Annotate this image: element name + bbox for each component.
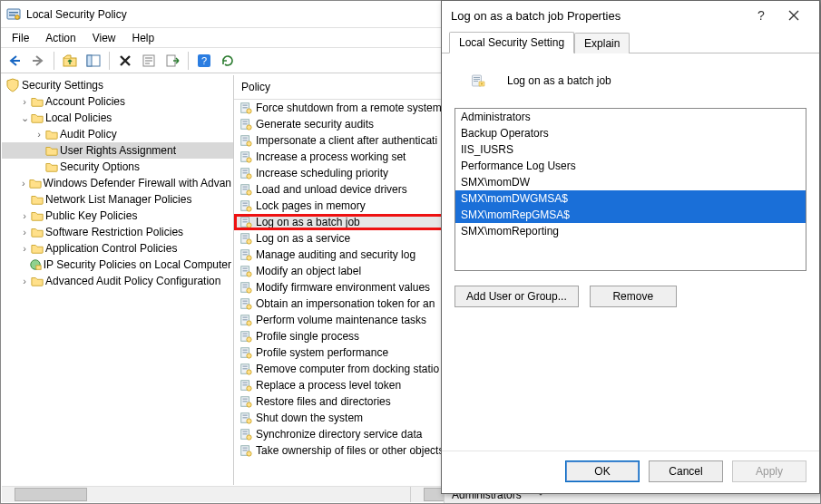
- policy-item-icon: [239, 216, 252, 228]
- ok-button[interactable]: OK: [565, 460, 640, 482]
- principals-listbox[interactable]: AdministratorsBackup OperatorsIIS_IUSRSP…: [454, 108, 806, 271]
- dialog-body: Log on as a batch job AdministratorsBack…: [442, 53, 819, 451]
- svg-point-55: [247, 256, 251, 260]
- svg-point-59: [247, 272, 251, 276]
- policy-item-icon: [239, 346, 252, 359]
- tree-item[interactable]: ⌄Local Policies: [2, 110, 233, 126]
- menu-action[interactable]: Action: [38, 30, 83, 46]
- tree-item[interactable]: ›Windows Defender Firewall with Advan: [2, 175, 233, 191]
- tree-item-label: IP Security Policies on Local Computer: [42, 258, 233, 271]
- svg-point-39: [247, 190, 251, 195]
- nav-forward-button[interactable]: [28, 51, 48, 71]
- remove-button[interactable]: Remove: [590, 286, 677, 307]
- add-user-or-group-button[interactable]: Add User or Group...: [454, 286, 579, 307]
- menu-help[interactable]: Help: [125, 30, 162, 46]
- chevron-right-icon[interactable]: ›: [18, 96, 31, 107]
- policy-row-label: Log on as a service: [252, 232, 350, 245]
- principal-item[interactable]: SMX\momRepGMSA$: [455, 207, 806, 223]
- menu-view[interactable]: View: [85, 30, 123, 46]
- tree-item[interactable]: ›Account Policies: [2, 93, 233, 110]
- folder-icon: [31, 242, 44, 255]
- svg-rect-105: [474, 77, 480, 78]
- menu-file[interactable]: File: [5, 30, 36, 46]
- svg-point-103: [247, 451, 251, 456]
- svg-rect-46: [243, 221, 248, 222]
- principal-item[interactable]: Administrators: [455, 109, 806, 125]
- dialog-close-button[interactable]: [777, 3, 810, 28]
- principal-item[interactable]: Backup Operators: [455, 125, 806, 141]
- chevron-right-icon[interactable]: ›: [18, 178, 29, 189]
- dialog-title: Log on as a batch job Properties: [451, 9, 621, 23]
- tree-item[interactable]: Security Options: [2, 159, 233, 175]
- tree-item[interactable]: ›Advanced Audit Policy Configuration: [2, 273, 233, 289]
- policy-row-label: Replace a process level token: [252, 379, 401, 392]
- policy-row-label: Force shutdown from a remote system: [252, 102, 442, 114]
- tree-item[interactable]: ›Audit Policy: [2, 126, 233, 142]
- policy-row-label: Impersonate a client after authenticati: [252, 134, 437, 147]
- dialog-help-button[interactable]: ?: [745, 3, 777, 28]
- up-button[interactable]: [60, 51, 80, 71]
- policy-item-icon: [239, 118, 252, 131]
- window-title: Local Security Policy: [26, 8, 127, 21]
- toolbar-separator: [109, 52, 110, 70]
- dialog-heading: Log on as a batch job: [454, 66, 806, 95]
- svg-rect-70: [243, 319, 248, 320]
- tree-item[interactable]: Network List Manager Policies: [2, 191, 233, 208]
- tree-item-label: Public Key Policies: [44, 209, 139, 222]
- principal-item[interactable]: IIS_IUSRS: [455, 141, 806, 158]
- principal-item[interactable]: SMX\momReporting: [455, 223, 806, 239]
- folder-icon: [31, 111, 44, 124]
- nav-back-button[interactable]: [5, 51, 24, 71]
- properties-button[interactable]: [139, 51, 159, 71]
- tree-item[interactable]: ›Application Control Policies: [2, 240, 233, 257]
- tree-item[interactable]: ›Public Key Policies: [2, 208, 233, 224]
- svg-rect-49: [243, 236, 248, 237]
- apply-button[interactable]: Apply: [732, 460, 806, 482]
- tree-item[interactable]: User Rights Assignment: [2, 142, 233, 159]
- principal-item[interactable]: Performance Log Users: [455, 158, 806, 174]
- policy-item-icon: [239, 395, 252, 408]
- cancel-button[interactable]: Cancel: [649, 460, 723, 482]
- export-button[interactable]: [162, 51, 182, 71]
- tab-explain[interactable]: Explain: [574, 33, 630, 53]
- svg-rect-15: [36, 266, 41, 269]
- toolbar-separator: [188, 52, 189, 70]
- tree-item[interactable]: IP Security Policies on Local Computer: [2, 257, 233, 273]
- svg-point-47: [247, 223, 251, 228]
- delete-button[interactable]: [115, 51, 135, 71]
- svg-rect-62: [243, 286, 248, 287]
- svg-rect-98: [243, 433, 248, 434]
- chevron-right-icon[interactable]: ›: [18, 276, 31, 286]
- svg-point-91: [247, 402, 251, 407]
- svg-point-75: [247, 337, 251, 342]
- svg-point-109: [481, 83, 483, 85]
- chevron-right-icon[interactable]: ›: [33, 129, 45, 140]
- policy-row-label: Increase scheduling priority: [252, 167, 388, 179]
- tree-item[interactable]: ›Software Restriction Policies: [2, 224, 233, 240]
- svg-rect-22: [243, 123, 248, 124]
- policy-item-icon: [239, 232, 252, 245]
- svg-rect-106: [474, 79, 480, 80]
- tree-item-label: Software Restriction Policies: [44, 226, 185, 238]
- svg-rect-78: [243, 352, 248, 353]
- chevron-right-icon[interactable]: ›: [18, 210, 31, 221]
- tree-root[interactable]: Security Settings: [2, 77, 233, 93]
- policy-row-label: Shut down the system: [252, 412, 363, 424]
- tab-local-security-setting[interactable]: Local Security Setting: [449, 32, 574, 53]
- principal-item[interactable]: SMX\momDWGMSA$: [455, 190, 806, 207]
- tree-pane[interactable]: Security Settings ›Account Policies⌄Loca…: [2, 75, 234, 485]
- help-button[interactable]: ?: [194, 51, 214, 71]
- chevron-right-icon[interactable]: ›: [18, 243, 31, 254]
- policy-row-label: Take ownership of files or other objects: [252, 444, 444, 457]
- show-hide-tree-button[interactable]: [83, 51, 103, 71]
- properties-dialog: Log on as a batch job Properties ? Local…: [441, 0, 820, 494]
- refresh-button[interactable]: [218, 51, 238, 71]
- chevron-right-icon[interactable]: ›: [18, 227, 31, 237]
- policy-item-icon: [239, 281, 252, 294]
- svg-text:?: ?: [201, 55, 207, 66]
- principal-item[interactable]: SMX\momDW: [455, 174, 806, 190]
- help-icon: ?: [197, 53, 211, 68]
- policy-item-icon: [239, 412, 252, 424]
- chevron-down-icon[interactable]: ⌄: [18, 112, 31, 124]
- folder-icon: [45, 128, 58, 141]
